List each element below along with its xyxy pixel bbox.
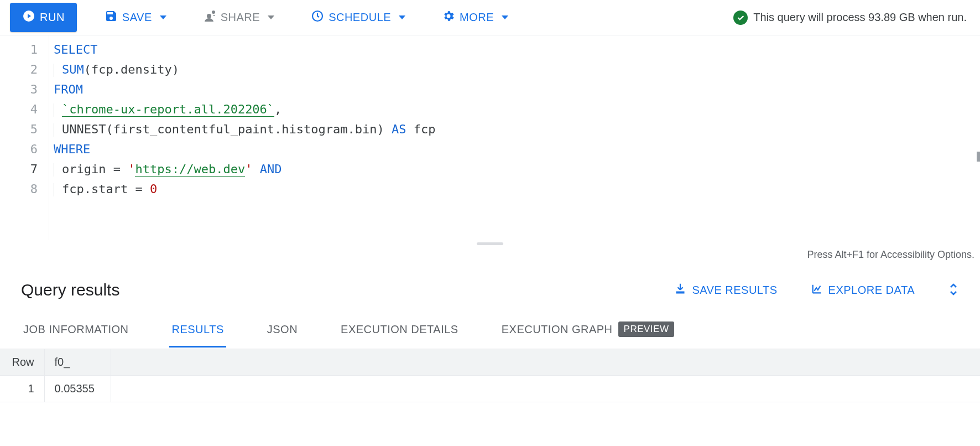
share-icon: [203, 9, 216, 25]
code-line[interactable]: `chrome-ux-report.all.202206`,: [54, 100, 980, 120]
chevron-down-icon: [160, 15, 166, 19]
code-line[interactable]: fcp.start = 0: [54, 179, 980, 199]
tab-job-information[interactable]: JOB INFORMATION: [21, 313, 131, 348]
tab-label: JSON: [267, 323, 298, 336]
code-line[interactable]: SUM(fcp.density): [54, 60, 980, 80]
table-cell: 1: [0, 376, 44, 402]
code-line[interactable]: origin = 'https://web.dev' AND: [54, 159, 980, 179]
tab-label: EXECUTION GRAPH: [502, 323, 613, 336]
line-number: 4: [0, 100, 38, 120]
column-header[interactable]: [111, 349, 980, 376]
save-results-button[interactable]: SAVE RESULTS: [674, 283, 783, 298]
expand-collapse-icon[interactable]: [948, 282, 959, 298]
code-line[interactable]: FROM: [54, 80, 980, 100]
play-icon: [22, 9, 35, 25]
save-button[interactable]: SAVE: [96, 3, 175, 32]
code-line[interactable]: SELECT: [54, 40, 980, 60]
more-button[interactable]: MORE: [433, 3, 517, 32]
code-line[interactable]: WHERE: [54, 139, 980, 159]
download-icon: [674, 283, 686, 298]
chevron-down-icon: [268, 15, 274, 19]
a11y-hint: Press Alt+F1 for Accessibility Options.: [0, 247, 980, 268]
tab-execution-details[interactable]: EXECUTION DETAILS: [338, 313, 461, 348]
save-results-label: SAVE RESULTS: [692, 284, 777, 297]
results-title: Query results: [21, 281, 119, 299]
drag-handle[interactable]: [0, 240, 980, 247]
more-label: MORE: [460, 11, 494, 24]
run-label: RUN: [40, 11, 65, 24]
table-cell: 0.05355: [44, 376, 111, 402]
line-number: 6: [0, 139, 38, 159]
tab-results[interactable]: RESULTS: [169, 313, 226, 348]
scroll-marker[interactable]: [977, 152, 980, 162]
code-line[interactable]: UNNEST(first_contentful_paint.histogram.…: [54, 120, 980, 139]
code-content[interactable]: SELECTSUM(fcp.density)FROM`chrome-ux-rep…: [49, 35, 980, 240]
status-message: This query will process 93.89 GB when ru…: [733, 11, 970, 25]
preview-badge: PREVIEW: [618, 321, 675, 337]
results-header: Query results SAVE RESULTS EXPLORE DATA: [0, 268, 980, 312]
clock-icon: [311, 9, 324, 25]
line-number: 1: [0, 40, 38, 60]
share-label: SHARE: [221, 11, 260, 24]
explore-data-button[interactable]: EXPLORE DATA: [811, 283, 920, 298]
line-number: 3: [0, 80, 38, 100]
line-number: 5: [0, 120, 38, 139]
line-number: 7: [0, 159, 38, 179]
share-button[interactable]: SHARE: [194, 3, 283, 32]
run-button[interactable]: RUN: [10, 3, 77, 32]
tab-label: EXECUTION DETAILS: [341, 323, 458, 336]
chevron-down-icon: [399, 15, 405, 19]
explore-data-label: EXPLORE DATA: [828, 284, 915, 297]
tab-json[interactable]: JSON: [265, 313, 300, 348]
tab-label: JOB INFORMATION: [23, 323, 128, 336]
tab-execution-graph[interactable]: EXECUTION GRAPHPREVIEW: [499, 312, 677, 349]
status-text: This query will process 93.89 GB when ru…: [753, 11, 967, 24]
column-header[interactable]: f0_: [44, 349, 111, 376]
column-header[interactable]: Row: [0, 349, 44, 376]
tab-label: RESULTS: [171, 323, 223, 336]
check-circle-icon: [733, 11, 748, 25]
results-tabs: JOB INFORMATIONRESULTSJSONEXECUTION DETA…: [0, 312, 980, 349]
results-table: Rowf0_10.05355: [0, 349, 980, 402]
table-cell: [111, 376, 980, 402]
schedule-button[interactable]: SCHEDULE: [302, 3, 414, 32]
chart-icon: [811, 283, 823, 298]
save-icon: [105, 9, 118, 25]
chevron-down-icon: [502, 15, 508, 19]
sql-editor[interactable]: 12345678 SELECTSUM(fcp.density)FROM`chro…: [0, 35, 980, 240]
line-number: 8: [0, 179, 38, 199]
save-label: SAVE: [122, 11, 152, 24]
gear-icon: [442, 9, 455, 25]
line-gutter: 12345678: [0, 35, 49, 240]
schedule-label: SCHEDULE: [329, 11, 391, 24]
table-row[interactable]: 10.05355: [0, 376, 980, 402]
toolbar: RUN SAVE SHARE SCHEDULE MORE: [0, 0, 980, 35]
line-number: 2: [0, 60, 38, 80]
